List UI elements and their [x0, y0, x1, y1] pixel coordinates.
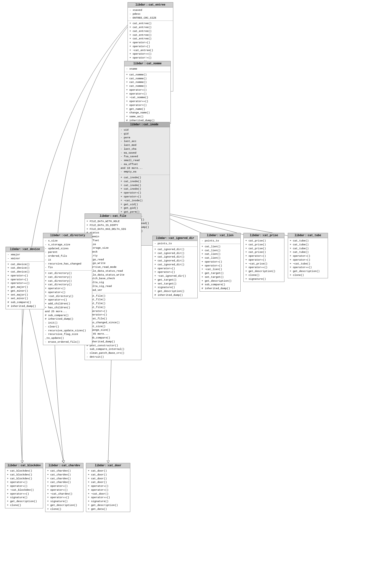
box-cat-ignored-dir-fields: - points_to [153, 241, 197, 247]
box-cat-inode-fields: - uid- gid- perm- last_acc- last_mod- la… [119, 127, 170, 175]
box-cat-blockdev: libdar::cat_blockdev + cat_blockdev()+ c… [5, 463, 43, 508]
box-cat-lien-methods: + cat_lien()+ cat_lien()+ cat_lien()+ ca… [200, 244, 240, 291]
box-cat-lien-title: libdar::cat_lien [200, 233, 240, 238]
box-cat-nomme-title: libdar::cat_nomme [124, 61, 170, 66]
diagram-container: libdar::cat_entree - xsaved- pdesc- ENTR… [0, 0, 392, 578]
box-cat-tube-methods: + cat_tube()+ cat_tube()+ cat_tube()+ ca… [288, 238, 328, 278]
box-cat-device: libdar::cat_device - xmajor- xminor + ca… [6, 247, 44, 309]
box-cat-nomme: libdar::cat_nomme - xname + cat_nomme()+… [124, 61, 171, 124]
box-cat-directory-methods: + cat_directory()+ cat_directory()+ cat_… [43, 271, 92, 345]
box-cat-tube-title: libdar::cat_tube [288, 233, 328, 238]
box-cat-chardev-title: libdar::cat_chardev [45, 463, 83, 468]
box-cat-device-fields: - xmajor- xminor [6, 252, 44, 262]
box-cat-directory: libdar::cat_directory - x_size- x_storag… [43, 233, 92, 345]
box-cat-file-methods: + cat_file()+ cat_file()+ cat_file()+ ca… [85, 293, 141, 360]
box-cat-prise-methods: + cat_prise()+ cat_prise()+ cat_prise()+… [244, 238, 284, 282]
box-cat-file: libdar::cat_file + FILE_DATA_WITH_HOLE+ … [85, 213, 141, 360]
box-cat-inode-title: libdar::cat_inode [119, 122, 170, 127]
box-cat-ignored-dir-title: libdar::cat_ignored_dir [153, 236, 197, 241]
box-cat-ignored-dir-methods: + cat_ignored_dir()+ cat_ignored_dir()+ … [153, 247, 197, 298]
box-cat-door-title: libdar::cat_door [86, 463, 130, 468]
box-cat-file-title: libdar::cat_file [85, 214, 141, 219]
box-cat-prise: libdar::cat_prise + cat_prise()+ cat_pri… [243, 233, 284, 282]
box-cat-lien: libdar::cat_lien - points_to + cat_lien(… [200, 233, 241, 292]
box-cat-entree-title: libdar::cat_entree [128, 2, 173, 7]
box-cat-file-fields: + FILE_DATA_WITH_HOLE+ FILE_DATA_IS_DIRT… [85, 219, 141, 293]
box-cat-device-title: libdar::cat_device [6, 247, 44, 252]
box-cat-chardev: libdar::cat_chardev + cat_chardev()+ cat… [45, 463, 83, 512]
box-cat-directory-title: libdar::cat_directory [43, 233, 92, 238]
box-cat-lien-fields: - points_to [200, 238, 240, 244]
box-cat-blockdev-methods: + cat_blockdev()+ cat_blockdev()+ cat_bl… [5, 468, 43, 508]
box-cat-door: libdar::cat_door + cat_door()+ cat_door(… [86, 463, 130, 512]
box-cat-chardev-methods: + cat_chardev()+ cat_chardev()+ cat_char… [45, 468, 83, 512]
box-cat-prise-title: libdar::cat_prise [244, 233, 284, 238]
box-cat-nomme-fields: - xname [124, 66, 170, 72]
box-cat-nomme-methods: + cat_nomme()+ cat_nomme()+ cat_nomme()+… [124, 72, 170, 123]
box-cat-ignored-dir: libdar::cat_ignored_dir - points_to + ca… [152, 236, 198, 298]
box-cat-tube: libdar::cat_tube + cat_tube()+ cat_tube(… [288, 233, 328, 278]
box-cat-blockdev-title: libdar::cat_blockdev [5, 463, 43, 468]
box-cat-directory-fields: - x_size- x_storage_size- updated_sizes-… [43, 238, 92, 271]
box-cat-device-methods: + cat_device()+ cat_device()+ cat_device… [6, 262, 44, 309]
box-cat-entree-fields: - xsaved- pdesc- ENTREE_CRC_SIZE [128, 7, 173, 21]
box-cat-door-methods: + cat_door()+ cat_door()+ cat_door()+ ca… [86, 468, 130, 512]
